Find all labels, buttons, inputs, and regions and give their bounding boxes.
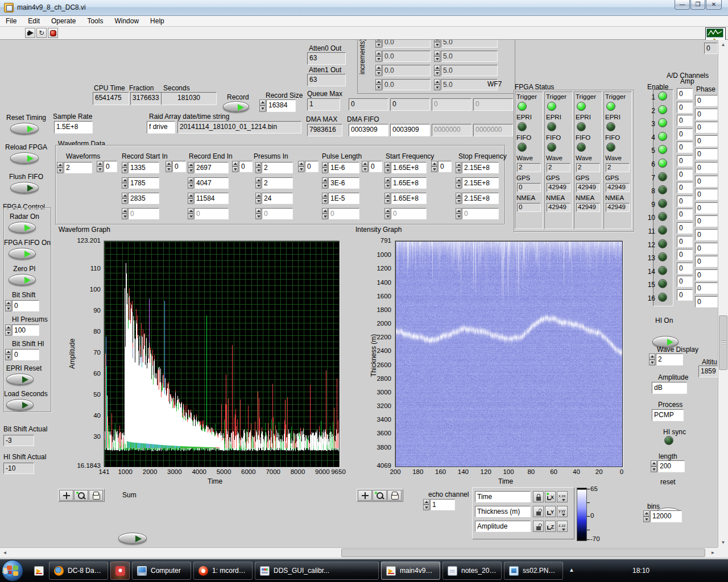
array-element[interactable]: 1785 — [122, 177, 159, 189]
increment-decrement-icon[interactable] — [322, 177, 328, 189]
channel-phase-field[interactable]: 0 — [695, 296, 718, 307]
increment-decrement-icon[interactable] — [188, 193, 193, 204]
waveforms-control[interactable]: 2 — [57, 162, 92, 173]
cluster-value[interactable]: 5.0 — [441, 40, 498, 48]
process-select[interactable]: PCMP — [652, 409, 684, 421]
abort-button[interactable] — [48, 28, 58, 38]
increment-decrement-icon[interactable] — [434, 51, 440, 62]
array-value[interactable]: 4047 — [194, 177, 229, 189]
switch-button[interactable] — [9, 274, 36, 285]
channel-amp-field[interactable]: 0 — [677, 209, 693, 220]
channel-enable-led[interactable] — [658, 132, 667, 141]
increment-decrement-icon[interactable] — [384, 208, 390, 219]
increment-decrement-icon[interactable] — [456, 208, 461, 219]
increment-decrement-icon[interactable] — [643, 510, 650, 522]
menu-item[interactable]: File — [0, 16, 22, 26]
menu-item[interactable]: Tools — [81, 16, 109, 26]
increment-decrement-icon[interactable] — [423, 499, 429, 510]
menu-item[interactable]: Operate — [46, 16, 81, 26]
array-value[interactable]: 11584 — [194, 193, 229, 204]
scale-format-icon[interactable]: y.yy — [557, 506, 568, 517]
scale-format-icon[interactable]: x.xx — [557, 491, 568, 502]
zoom-tool-icon[interactable] — [373, 490, 387, 501]
increment-decrement-icon[interactable] — [57, 162, 63, 173]
pinned-labview-icon[interactable] — [34, 566, 44, 576]
cluster-numeric[interactable]: 5.0 — [434, 40, 498, 48]
array-element[interactable]: 1.65E+8 — [384, 193, 427, 204]
array-value[interactable]: 1E-6 — [328, 162, 359, 173]
cluster-numeric[interactable]: 5.0 — [434, 65, 498, 76]
cluster-numeric[interactable]: 0.0 — [375, 65, 431, 76]
array-element[interactable]: 2835 — [122, 193, 159, 204]
array-element[interactable]: 2 — [255, 162, 293, 173]
increment-decrement-icon[interactable] — [434, 65, 440, 76]
array-value[interactable]: 2 — [262, 177, 293, 189]
record-size-control[interactable]: 16384 — [259, 99, 296, 112]
cursor-tool-icon[interactable] — [358, 490, 372, 501]
increment-decrement-icon[interactable] — [375, 40, 382, 48]
index-spinner[interactable]: 0 — [97, 161, 117, 172]
taskbar-button[interactable]: notes_20141114... — [442, 562, 502, 580]
taskbar-button[interactable]: Computer — [132, 562, 191, 580]
increment-decrement-icon[interactable] — [255, 162, 261, 173]
scale-lock-icon[interactable] — [533, 506, 544, 517]
index-spinner[interactable]: 0 — [232, 161, 253, 172]
toggle-button[interactable] — [10, 182, 39, 193]
channel-amp-field[interactable]: 0 — [677, 222, 693, 234]
bins-control[interactable]: 12000 — [643, 510, 682, 522]
increment-decrement-icon[interactable] — [122, 208, 127, 219]
scale-lock-icon[interactable] — [533, 491, 544, 502]
channel-amp-field[interactable]: 0 — [677, 236, 693, 247]
scale-name-field[interactable]: Time — [475, 491, 531, 502]
numeric-control[interactable]: 0 — [5, 349, 52, 360]
cluster-value[interactable]: 0.0 — [382, 65, 431, 76]
waveform-plot-canvas[interactable] — [105, 242, 339, 467]
array-value[interactable]: 2835 — [128, 193, 159, 204]
numeric-value[interactable]: 100 — [12, 325, 39, 336]
increment-decrement-icon[interactable] — [384, 193, 390, 204]
increment-decrement-icon[interactable] — [322, 208, 328, 219]
close-button[interactable]: ✕ — [706, 0, 722, 10]
cluster-value[interactable]: 5.0 — [441, 65, 498, 76]
minimize-button[interactable]: — — [675, 0, 690, 10]
array-value[interactable]: 24 — [262, 193, 293, 204]
vertical-scrollbar[interactable]: ▲ ▼ — [718, 40, 728, 547]
pan-tool-icon[interactable] — [387, 490, 402, 501]
channel-enable-led[interactable] — [658, 118, 667, 127]
increment-decrement-icon[interactable] — [456, 162, 461, 173]
array-element[interactable]: 2.15E+8 — [456, 193, 499, 204]
increment-decrement-icon[interactable] — [122, 177, 127, 189]
increment-decrement-icon[interactable] — [188, 177, 193, 189]
run-continuous-button[interactable]: ↻ — [36, 28, 47, 38]
menu-item[interactable]: Edit — [22, 16, 46, 26]
array-value[interactable]: 2.15E+8 — [462, 193, 499, 204]
channel-enable-led[interactable] — [658, 266, 667, 275]
channel-enable-led[interactable] — [658, 279, 667, 288]
channel-enable-led[interactable] — [658, 145, 667, 154]
increment-decrement-icon[interactable] — [5, 349, 11, 360]
numeric-control[interactable]: 0 — [5, 300, 52, 311]
autoscale-icon[interactable]: Z — [545, 521, 556, 532]
increment-decrement-icon[interactable] — [322, 193, 328, 204]
channel-amp-field[interactable]: 0 — [677, 102, 693, 113]
echo-channel-control[interactable]: 1 — [423, 499, 455, 510]
channel-amp-field[interactable]: 0 — [677, 249, 693, 260]
array-element[interactable]: 1.65E+8 — [384, 177, 427, 189]
pan-tool-icon[interactable] — [89, 490, 103, 501]
index-spinner[interactable]: 0 — [298, 161, 318, 172]
array-element[interactable]: 0 — [255, 208, 293, 219]
channel-amp-field[interactable]: 0 — [677, 276, 693, 287]
increment-decrement-icon[interactable] — [649, 354, 655, 365]
cluster-value[interactable]: 0.0 — [382, 79, 431, 90]
increment-decrement-icon[interactable] — [188, 208, 193, 219]
increment-decrement-icon[interactable] — [259, 99, 266, 112]
array-value[interactable]: 1E-5 — [328, 193, 359, 204]
numeric-control[interactable]: 100 — [5, 325, 52, 336]
scale-lock-icon[interactable] — [533, 521, 544, 532]
action-button[interactable] — [6, 373, 34, 385]
cluster-value[interactable]: 0.0 — [382, 51, 431, 62]
increment-decrement-icon[interactable] — [375, 79, 382, 90]
increment-decrement-icon[interactable] — [434, 79, 440, 90]
numeric-value[interactable]: 0 — [12, 349, 39, 360]
array-value[interactable]: 0 — [391, 208, 427, 219]
